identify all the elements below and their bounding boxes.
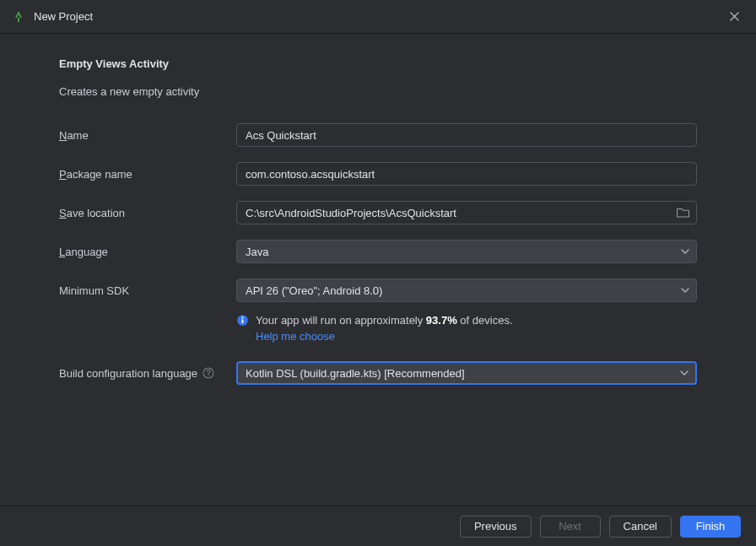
language-select[interactable]: Java bbox=[236, 240, 697, 263]
row-build-language: Build configuration language Kotlin DSL … bbox=[59, 361, 697, 385]
label-name: Name bbox=[59, 129, 236, 142]
row-min-sdk: Minimum SDK API 26 ("Oreo"; Android 8.0) bbox=[59, 278, 697, 302]
folder-icon bbox=[677, 208, 689, 219]
chevron-down-icon bbox=[680, 370, 688, 376]
row-language: Language Java bbox=[59, 240, 697, 263]
content-area: Empty Views Activity Creates a new empty… bbox=[0, 34, 756, 385]
svg-point-2 bbox=[241, 316, 243, 318]
browse-folder-button[interactable] bbox=[677, 208, 689, 219]
page-heading: Empty Views Activity bbox=[59, 57, 697, 70]
next-button: Next bbox=[540, 516, 601, 538]
page-subheading: Creates a new empty activity bbox=[59, 85, 697, 98]
save-location-value: C:\src\AndroidStudioProjects\AcsQuicksta… bbox=[246, 207, 456, 219]
finish-button[interactable]: Finish bbox=[680, 516, 741, 538]
titlebar: New Project bbox=[0, 0, 756, 34]
label-package: Package name bbox=[59, 168, 236, 181]
android-studio-icon bbox=[12, 10, 25, 24]
close-button[interactable] bbox=[724, 7, 744, 27]
svg-point-5 bbox=[208, 376, 209, 377]
row-name: Name bbox=[59, 123, 697, 147]
label-build-language: Build configuration language bbox=[59, 367, 236, 380]
label-min-sdk: Minimum SDK bbox=[59, 284, 236, 297]
chevron-down-icon bbox=[681, 288, 689, 293]
help-me-choose-link[interactable]: Help me choose bbox=[256, 328, 513, 344]
sdk-info-block: Your app will run on approximately 93.7%… bbox=[236, 312, 697, 344]
package-input[interactable] bbox=[236, 162, 697, 186]
row-save-location: Save location C:\src\AndroidStudioProjec… bbox=[59, 201, 697, 224]
svg-rect-3 bbox=[242, 319, 244, 323]
language-value: Java bbox=[246, 246, 268, 258]
info-icon bbox=[236, 314, 249, 327]
window-title: New Project bbox=[34, 10, 93, 23]
chevron-down-icon bbox=[681, 249, 689, 254]
save-location-input[interactable]: C:\src\AndroidStudioProjects\AcsQuicksta… bbox=[236, 201, 697, 224]
help-icon[interactable] bbox=[202, 367, 214, 379]
build-language-select[interactable]: Kotlin DSL (build.gradle.kts) [Recommend… bbox=[236, 361, 697, 385]
min-sdk-select[interactable]: API 26 ("Oreo"; Android 8.0) bbox=[236, 278, 697, 302]
previous-button[interactable]: Previous bbox=[460, 516, 532, 538]
close-icon bbox=[729, 11, 740, 22]
label-language: Language bbox=[59, 246, 236, 258]
project-form: Name Package name Save location C:\src\A… bbox=[59, 123, 697, 385]
svg-rect-0 bbox=[18, 18, 19, 22]
build-language-value: Kotlin DSL (build.gradle.kts) [Recommend… bbox=[246, 367, 465, 380]
cancel-button[interactable]: Cancel bbox=[609, 516, 672, 538]
label-save-location: Save location bbox=[59, 207, 236, 219]
sdk-info-text: Your app will run on approximately 93.7%… bbox=[256, 312, 513, 344]
row-package: Package name bbox=[59, 162, 697, 186]
min-sdk-value: API 26 ("Oreo"; Android 8.0) bbox=[246, 284, 382, 297]
name-input[interactable] bbox=[236, 123, 697, 147]
footer: Previous Next Cancel Finish bbox=[0, 505, 756, 546]
